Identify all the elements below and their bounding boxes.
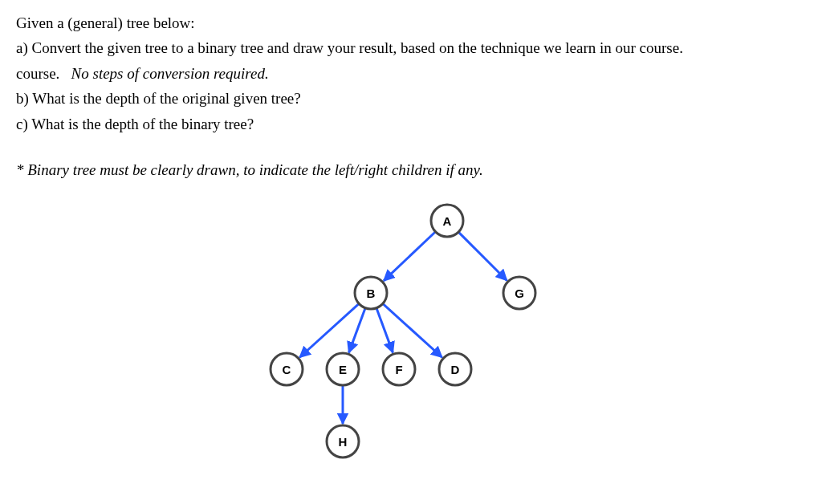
note-text: * Binary tree must be clearly drawn, to …: [16, 158, 806, 181]
node-F: F: [383, 353, 415, 385]
node-C: C: [271, 353, 303, 385]
question-a-line2: course. No steps of conversion required.: [16, 62, 806, 85]
svg-text:B: B: [367, 286, 376, 299]
question-a: a) Convert the given tree to a binary tr…: [16, 36, 806, 59]
edge-A-B: [384, 231, 436, 280]
node-E: E: [327, 353, 359, 385]
svg-text:D: D: [451, 362, 460, 376]
svg-text:G: G: [515, 286, 524, 299]
question-a-italic: No steps of conversion required.: [71, 65, 269, 82]
edge-A-G: [458, 232, 507, 280]
tree-diagram-container: ABGCEFDH: [16, 197, 806, 469]
question-c: c) What is the depth of the binary tree?: [16, 112, 806, 136]
svg-text:H: H: [339, 434, 348, 448]
edge-B-E: [349, 307, 365, 352]
svg-text:E: E: [339, 362, 347, 376]
node-D: D: [439, 353, 471, 385]
svg-text:C: C: [283, 362, 291, 376]
node-H: H: [327, 425, 359, 457]
edge-B-F: [376, 307, 393, 352]
node-B: B: [355, 277, 387, 309]
tree-diagram: ABGCEFDH: [262, 197, 560, 469]
question-b: b) What is the depth of the original giv…: [16, 87, 806, 110]
svg-text:F: F: [395, 362, 402, 376]
node-A: A: [431, 205, 463, 237]
svg-text:A: A: [443, 213, 452, 227]
node-G: G: [503, 277, 535, 309]
intro-text: Given a (general) tree below:: [16, 11, 806, 35]
